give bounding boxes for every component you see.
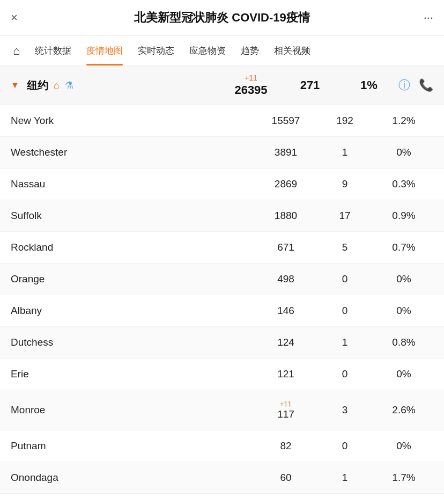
county-cases-value: 121 — [277, 368, 294, 379]
region-actions: ⓘ 📞 — [398, 77, 433, 93]
county-deaths: 1 — [315, 337, 374, 348]
county-rate: 0.8% — [374, 337, 433, 348]
nav-tab-相关视频[interactable]: 相关视频 — [267, 36, 318, 65]
county-deaths: 1 — [315, 147, 374, 158]
nav-tab-统计数据[interactable]: 统计数据 — [27, 36, 79, 65]
total-deaths-value: 271 — [300, 78, 320, 92]
county-name: Dutchess — [11, 337, 256, 348]
close-button[interactable]: × — [11, 11, 30, 25]
county-cases-value: 498 — [277, 273, 294, 284]
county-name: Suffolk — [11, 210, 256, 222]
county-deaths: 0 — [315, 440, 374, 452]
county-cases-value: 15597 — [272, 115, 300, 126]
county-cases: 121 — [256, 368, 315, 380]
county-name: Orange — [11, 273, 256, 285]
table-row: Orange49800% — [0, 264, 444, 295]
county-cases-value: 671 — [277, 242, 294, 253]
county-name: Rockland — [11, 242, 256, 253]
county-cases-value: 60 — [280, 472, 291, 483]
county-rate: 0% — [374, 305, 433, 317]
county-cases: 60 — [256, 472, 315, 484]
county-rate: 0% — [374, 273, 433, 285]
county-cases-value: 117 — [277, 408, 294, 420]
county-cases: 3891 — [256, 147, 315, 158]
county-cases-value: 1880 — [275, 210, 297, 221]
county-rate: 0.3% — [374, 178, 433, 190]
county-rate: 0% — [374, 368, 433, 380]
county-cases-value: 146 — [277, 305, 294, 316]
county-cases: 82 — [256, 440, 315, 452]
total-rate-value: 1% — [360, 78, 378, 92]
county-deaths: 3 — [315, 404, 374, 416]
table-row: Erie12100% — [0, 359, 444, 390]
county-cases: 671 — [256, 242, 315, 253]
county-deaths: 1 — [315, 472, 374, 484]
lab-icon[interactable]: ⚗ — [65, 79, 73, 91]
county-name: Nassau — [11, 178, 256, 190]
county-cases-value: 2869 — [275, 178, 297, 189]
table-row: Rockland67150.7% — [0, 232, 444, 264]
county-name: Putnam — [11, 440, 256, 452]
county-cases-value: 82 — [280, 440, 291, 451]
phone-button[interactable]: 📞 — [419, 78, 433, 92]
county-deaths: 0 — [315, 273, 374, 285]
county-rate: 2.6% — [374, 404, 433, 416]
county-rate: 0% — [374, 147, 433, 158]
county-cases: 2869 — [256, 178, 315, 190]
total-deaths-col: 271 — [280, 78, 339, 92]
region-stats: +11 26395 271 1% — [221, 74, 398, 97]
home-icon[interactable]: ⌂ — [54, 80, 60, 91]
nav-home[interactable]: ⌂ — [5, 38, 27, 64]
county-cases-value: 3891 — [275, 147, 297, 158]
counties-table: New York155971921.2%Westchester389110%Na… — [0, 105, 444, 494]
county-name: Erie — [11, 368, 256, 380]
county-cases: 15597 — [256, 115, 315, 127]
county-rate: 0.7% — [374, 242, 433, 253]
nav-tab-应急物资[interactable]: 应急物资 — [182, 36, 233, 65]
chevron-down-icon[interactable]: ▼ — [11, 81, 19, 90]
county-cases: +11117 — [256, 400, 315, 420]
nav-tab-实时动态[interactable]: 实时动态 — [130, 36, 182, 65]
region-header: ▼ 纽约 ⌂ ⚗ +11 26395 271 1% ⓘ 📞 — [0, 66, 444, 105]
county-deaths: 0 — [315, 305, 374, 317]
total-cases-value: 26395 — [234, 83, 267, 97]
total-cases-delta: +11 — [221, 74, 280, 82]
county-cases: 124 — [256, 337, 315, 348]
region-header-left: ▼ 纽约 ⌂ ⚗ — [11, 78, 221, 93]
county-cases: 1880 — [256, 210, 315, 222]
app-header: × 北美新型冠状肺炎 COVID-19疫情 ··· — [0, 0, 444, 36]
county-name: Albany — [11, 305, 256, 317]
county-deaths: 9 — [315, 178, 374, 190]
table-row: Putnam8200% — [0, 430, 444, 462]
table-row: Westchester389110% — [0, 137, 444, 169]
table-row: Onondaga6011.7% — [0, 462, 444, 494]
county-deaths: 5 — [315, 242, 374, 253]
nav-tab-疫情地图[interactable]: 疫情地图 — [79, 36, 130, 65]
county-deaths: 192 — [315, 115, 374, 127]
county-deaths: 0 — [315, 368, 374, 380]
county-rate: 0.9% — [374, 210, 433, 222]
county-deaths: 17 — [315, 210, 374, 222]
total-cases-col: +11 26395 — [221, 74, 280, 97]
table-row: Albany14600% — [0, 295, 444, 327]
county-cases: 146 — [256, 305, 315, 317]
more-button[interactable]: ··· — [414, 11, 433, 25]
table-row: Dutchess12410.8% — [0, 327, 444, 359]
nav-bar: ⌂ 统计数据疫情地图实时动态应急物资趋势相关视频 — [0, 36, 444, 66]
county-rate: 0% — [374, 440, 433, 452]
table-row: Nassau286990.3% — [0, 169, 444, 200]
county-name: Monroe — [11, 404, 256, 416]
table-row: Suffolk1880170.9% — [0, 200, 444, 232]
county-cases-delta: +11 — [256, 400, 315, 408]
county-cases: 498 — [256, 273, 315, 285]
county-rate: 1.2% — [374, 115, 433, 127]
page-title: 北美新型冠状肺炎 COVID-19疫情 — [30, 10, 414, 26]
nav-tab-趋势[interactable]: 趋势 — [233, 36, 267, 65]
total-rate-col: 1% — [339, 78, 398, 92]
county-rate: 1.7% — [374, 472, 433, 484]
county-name: New York — [11, 115, 256, 127]
county-name: Onondaga — [11, 472, 256, 484]
info-button[interactable]: ⓘ — [398, 77, 410, 93]
table-row: New York155971921.2% — [0, 105, 444, 137]
county-name: Westchester — [11, 147, 256, 158]
